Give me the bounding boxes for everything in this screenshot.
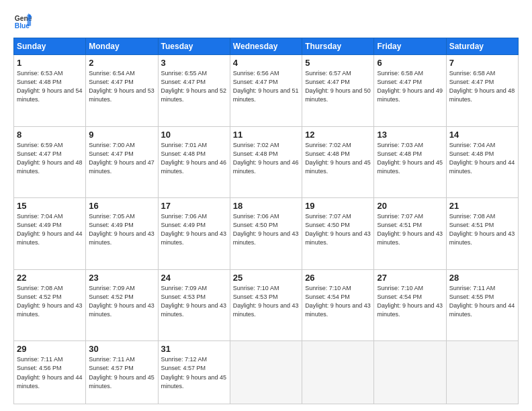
sunset: Sunset: 4:49 PM: [161, 222, 206, 228]
sunrise: Sunrise: 6:56 AM: [233, 70, 279, 77]
calendar-day-cell: 8 Sunrise: 6:59 AM Sunset: 4:47 PM Dayli…: [14, 126, 86, 198]
sunrise: Sunrise: 7:08 AM: [449, 213, 496, 220]
calendar-day-cell: [374, 341, 446, 404]
sunset: Sunset: 4:53 PM: [161, 293, 206, 300]
sunrise: Sunrise: 7:11 AM: [89, 356, 135, 363]
weekday-header: Monday: [86, 38, 158, 55]
sunrise: Sunrise: 6:57 AM: [305, 70, 351, 77]
calendar-day-cell: 1 Sunrise: 6:53 AM Sunset: 4:48 PM Dayli…: [14, 55, 86, 127]
calendar-day-cell: 18 Sunrise: 7:06 AM Sunset: 4:50 PM Dayl…: [230, 198, 302, 270]
day-number: 4: [233, 58, 299, 68]
daylight: Daylight: 9 hours and 44 minutes.: [17, 230, 83, 246]
day-number: 5: [305, 58, 371, 68]
sunset: Sunset: 4:50 PM: [233, 222, 278, 228]
day-info: Sunrise: 7:07 AM Sunset: 4:51 PM Dayligh…: [377, 212, 443, 247]
calendar-day-cell: 3 Sunrise: 6:55 AM Sunset: 4:47 PM Dayli…: [158, 55, 230, 127]
sunset: Sunset: 4:47 PM: [161, 79, 206, 85]
weekday-header: Wednesday: [230, 38, 302, 55]
day-number: 31: [161, 344, 227, 354]
sunset: Sunset: 4:52 PM: [17, 293, 62, 300]
daylight: Daylight: 9 hours and 43 minutes.: [89, 302, 154, 318]
daylight: Daylight: 9 hours and 46 minutes.: [161, 159, 227, 175]
day-number: 28: [449, 273, 515, 283]
sunrise: Sunrise: 7:02 AM: [233, 142, 279, 148]
sunrise: Sunrise: 7:09 AM: [89, 285, 135, 291]
daylight: Daylight: 9 hours and 54 minutes.: [17, 87, 83, 103]
sunset: Sunset: 4:47 PM: [89, 150, 134, 157]
calendar-day-cell: 23 Sunrise: 7:09 AM Sunset: 4:52 PM Dayl…: [86, 269, 158, 341]
day-number: 25: [233, 273, 299, 283]
calendar-day-cell: 26 Sunrise: 7:10 AM Sunset: 4:54 PM Dayl…: [302, 269, 374, 341]
day-number: 19: [305, 201, 371, 211]
calendar-day-cell: 31 Sunrise: 7:12 AM Sunset: 4:57 PM Dayl…: [158, 341, 230, 404]
daylight: Daylight: 9 hours and 43 minutes.: [377, 302, 443, 318]
sunrise: Sunrise: 6:59 AM: [17, 142, 63, 148]
weekday-header: Tuesday: [158, 38, 230, 55]
sunset: Sunset: 4:50 PM: [305, 222, 350, 228]
daylight: Daylight: 9 hours and 43 minutes.: [17, 302, 83, 318]
day-info: Sunrise: 6:59 AM Sunset: 4:47 PM Dayligh…: [17, 141, 83, 176]
day-number: 30: [89, 344, 154, 354]
calendar-week-row: 1 Sunrise: 6:53 AM Sunset: 4:48 PM Dayli…: [14, 55, 519, 127]
calendar-week-row: 22 Sunrise: 7:08 AM Sunset: 4:52 PM Dayl…: [14, 269, 519, 341]
calendar-day-cell: 22 Sunrise: 7:08 AM Sunset: 4:52 PM Dayl…: [14, 269, 86, 341]
day-info: Sunrise: 7:02 AM Sunset: 4:48 PM Dayligh…: [233, 141, 299, 176]
day-info: Sunrise: 6:57 AM Sunset: 4:47 PM Dayligh…: [305, 69, 371, 104]
logo: General Blue: [13, 12, 35, 31]
calendar-day-cell: 30 Sunrise: 7:11 AM Sunset: 4:57 PM Dayl…: [86, 341, 158, 404]
sunset: Sunset: 4:48 PM: [449, 150, 494, 157]
day-number: 29: [17, 344, 83, 354]
sunrise: Sunrise: 7:10 AM: [377, 285, 423, 291]
daylight: Daylight: 9 hours and 43 minutes.: [449, 230, 515, 246]
logo-icon: General Blue: [13, 12, 32, 31]
daylight: Daylight: 9 hours and 43 minutes.: [233, 302, 299, 318]
daylight: Daylight: 9 hours and 44 minutes.: [17, 374, 83, 390]
daylight: Daylight: 9 hours and 51 minutes.: [233, 87, 299, 103]
day-number: 17: [161, 201, 227, 211]
sunset: Sunset: 4:47 PM: [17, 150, 62, 157]
day-number: 12: [305, 130, 371, 140]
day-info: Sunrise: 7:11 AM Sunset: 4:55 PM Dayligh…: [449, 284, 515, 319]
day-number: 20: [377, 201, 443, 211]
day-info: Sunrise: 7:10 AM Sunset: 4:53 PM Dayligh…: [233, 284, 299, 319]
daylight: Daylight: 9 hours and 46 minutes.: [233, 159, 299, 175]
daylight: Daylight: 9 hours and 52 minutes.: [161, 87, 227, 103]
sunset: Sunset: 4:48 PM: [305, 150, 350, 157]
day-info: Sunrise: 7:04 AM Sunset: 4:48 PM Dayligh…: [449, 141, 515, 176]
calendar-day-cell: 10 Sunrise: 7:01 AM Sunset: 4:48 PM Dayl…: [158, 126, 230, 198]
sunrise: Sunrise: 7:06 AM: [233, 213, 279, 220]
daylight: Daylight: 9 hours and 53 minutes.: [89, 87, 154, 103]
day-info: Sunrise: 7:10 AM Sunset: 4:54 PM Dayligh…: [305, 284, 371, 319]
day-number: 24: [161, 273, 227, 283]
calendar-day-cell: 21 Sunrise: 7:08 AM Sunset: 4:51 PM Dayl…: [446, 198, 518, 270]
sunset: Sunset: 4:51 PM: [449, 222, 494, 228]
day-number: 11: [233, 130, 299, 140]
day-number: 18: [233, 201, 299, 211]
day-info: Sunrise: 7:01 AM Sunset: 4:48 PM Dayligh…: [161, 141, 227, 176]
sunrise: Sunrise: 6:58 AM: [377, 70, 423, 77]
sunrise: Sunrise: 7:04 AM: [449, 142, 496, 148]
sunrise: Sunrise: 7:11 AM: [17, 356, 63, 363]
day-info: Sunrise: 7:10 AM Sunset: 4:54 PM Dayligh…: [377, 284, 443, 319]
day-info: Sunrise: 7:02 AM Sunset: 4:48 PM Dayligh…: [305, 141, 371, 176]
sunset: Sunset: 4:47 PM: [449, 79, 494, 85]
sunset: Sunset: 4:48 PM: [161, 150, 206, 157]
day-number: 16: [89, 201, 154, 211]
sunset: Sunset: 4:57 PM: [89, 365, 134, 371]
sunset: Sunset: 4:48 PM: [17, 79, 62, 85]
weekday-header: Thursday: [302, 38, 374, 55]
sunset: Sunset: 4:47 PM: [377, 79, 422, 85]
day-info: Sunrise: 7:09 AM Sunset: 4:52 PM Dayligh…: [89, 284, 154, 319]
sunrise: Sunrise: 7:01 AM: [161, 142, 208, 148]
day-number: 2: [89, 58, 154, 68]
daylight: Daylight: 9 hours and 48 minutes.: [449, 87, 515, 103]
calendar-day-cell: 7 Sunrise: 6:58 AM Sunset: 4:47 PM Dayli…: [446, 55, 518, 127]
day-number: 13: [377, 130, 443, 140]
day-info: Sunrise: 6:53 AM Sunset: 4:48 PM Dayligh…: [17, 69, 83, 104]
weekday-header: Saturday: [446, 38, 518, 55]
daylight: Daylight: 9 hours and 45 minutes.: [161, 374, 227, 390]
sunset: Sunset: 4:49 PM: [17, 222, 62, 228]
day-number: 9: [89, 130, 154, 140]
day-info: Sunrise: 7:07 AM Sunset: 4:50 PM Dayligh…: [305, 212, 371, 247]
daylight: Daylight: 9 hours and 43 minutes.: [89, 230, 154, 246]
